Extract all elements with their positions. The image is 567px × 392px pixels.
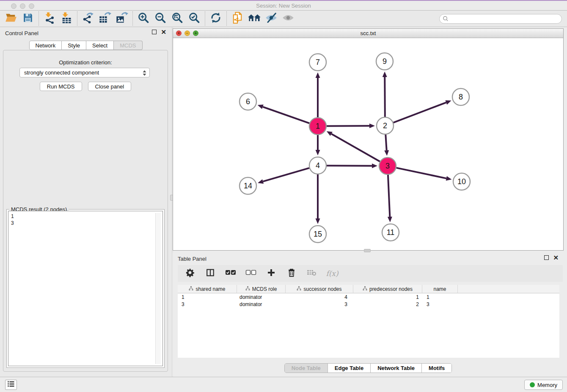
hierarchy-icon: [363, 286, 367, 292]
gear-icon: [185, 268, 195, 279]
open-session-button[interactable]: [3, 11, 19, 26]
toolbar-separator: [226, 11, 227, 26]
criterion-select[interactable]: strongly connected component: [19, 68, 150, 77]
column-header-predecessor-nodes[interactable]: predecessor nodes: [353, 285, 422, 293]
export-network-button[interactable]: [80, 11, 96, 26]
criterion-value: strongly connected component: [24, 69, 99, 76]
graph-arrowhead: [258, 105, 264, 109]
close-panel-button[interactable]: Close panel: [88, 82, 132, 91]
show-column-panel-button[interactable]: [205, 268, 216, 279]
cell-shared-name[interactable]: 1: [178, 294, 237, 300]
graph-edge-3-1[interactable]: [331, 134, 380, 161]
tab-motifs[interactable]: Motifs: [421, 364, 451, 373]
import-table-icon: [61, 12, 72, 25]
unselect-all-columns-button[interactable]: [245, 268, 256, 279]
first-neighbors-button[interactable]: [246, 11, 263, 26]
task-history-button[interactable]: [5, 380, 17, 390]
zoom-fit-button[interactable]: [169, 11, 186, 26]
tab-mcds[interactable]: MCDS: [114, 41, 142, 50]
export-network-icon: [82, 12, 94, 25]
column-header-name[interactable]: name: [422, 285, 458, 293]
graph-arrowhead: [445, 100, 451, 105]
cell-successor-nodes[interactable]: 3: [286, 301, 353, 307]
graph-edge-4-3[interactable]: [327, 166, 372, 166]
hierarchy-icon: [245, 286, 250, 292]
table-row[interactable]: 3 dominator 3 2 3: [178, 301, 559, 308]
table-toolbar: f(x): [178, 265, 563, 282]
run-mcds-button[interactable]: Run MCDS: [40, 82, 82, 91]
delete-column-button[interactable]: [286, 268, 297, 279]
checked-boxes-icon: [225, 269, 236, 278]
main-toolbar: [0, 11, 567, 27]
zoom-out-button[interactable]: [152, 11, 169, 26]
tab-select[interactable]: Select: [86, 41, 114, 50]
cell-name[interactable]: 3: [422, 301, 458, 307]
close-panel-icon[interactable]: ✕: [553, 255, 559, 260]
export-table-button[interactable]: [96, 11, 113, 26]
select-all-columns-button[interactable]: [225, 268, 236, 279]
result-scrollbar[interactable]: [155, 213, 161, 364]
column-header-shared-name[interactable]: shared name: [178, 285, 237, 293]
hide-selected-button[interactable]: [263, 11, 280, 26]
function-builder-button[interactable]: f(x): [327, 268, 338, 279]
graph-node-label: 10: [457, 177, 466, 186]
memory-button[interactable]: Memory: [524, 380, 563, 390]
cell-shared-name[interactable]: 3: [178, 301, 237, 307]
refresh-layout-button[interactable]: [207, 11, 224, 26]
cell-successor-nodes[interactable]: 4: [286, 294, 353, 300]
tab-style[interactable]: Style: [62, 41, 86, 50]
search-icon: [443, 16, 449, 23]
cell-predecessor-nodes[interactable]: 1: [353, 294, 422, 300]
plus-icon: [267, 268, 275, 279]
graph-edge-1-6[interactable]: [263, 107, 309, 123]
column-header-successor-nodes[interactable]: successor nodes: [286, 285, 353, 293]
create-column-button[interactable]: [266, 268, 277, 279]
graph-node-label: 4: [316, 161, 320, 170]
graph-arrowhead: [384, 150, 389, 156]
horizontal-splitter-handle[interactable]: [364, 249, 371, 252]
tab-edge-table[interactable]: Edge Table: [328, 364, 370, 373]
graph-edge-2-9[interactable]: [385, 77, 385, 117]
network-snapshot-button[interactable]: [229, 11, 246, 26]
cell-name[interactable]: 1: [422, 294, 458, 300]
tab-network-table[interactable]: Network Table: [370, 364, 421, 373]
memory-label: Memory: [537, 382, 557, 388]
cell-predecessor-nodes[interactable]: 2: [353, 301, 422, 307]
app-titlebar: Session: New Session: [0, 0, 567, 11]
search-input[interactable]: [439, 14, 562, 24]
cell-mcds-role[interactable]: dominator: [237, 301, 286, 307]
float-panel-icon[interactable]: [152, 30, 157, 34]
snapshot-document-icon: [231, 11, 243, 26]
float-panel-icon[interactable]: [544, 255, 549, 260]
graph-edge-1-2[interactable]: [327, 126, 369, 126]
tab-network[interactable]: Network: [29, 41, 62, 50]
show-all-button[interactable]: [280, 11, 297, 26]
network-graph[interactable]: 7968124314101511: [173, 38, 563, 250]
graph-edge-2-3[interactable]: [385, 135, 386, 150]
control-panel: Control Panel ✕ Network Style Select MCD…: [0, 27, 171, 377]
close-panel-icon[interactable]: ✕: [161, 30, 166, 34]
mcds-result-list[interactable]: 1 3: [8, 211, 163, 366]
graph-edge-3-10[interactable]: [396, 168, 446, 178]
zoom-in-button[interactable]: [135, 11, 152, 26]
table-row[interactable]: 1 dominator 4 1 1: [178, 293, 559, 301]
mcds-result-group: MCDS result (2 nodes) 1 3: [6, 209, 165, 368]
trash-icon: [287, 268, 296, 279]
import-network-button[interactable]: [41, 11, 58, 26]
toolbar-separator: [205, 11, 205, 26]
column-header-mcds-role[interactable]: MCDS role: [237, 285, 286, 293]
network-window-titlebar[interactable]: × − + scc.txt: [173, 29, 563, 38]
delete-table-button[interactable]: [306, 268, 317, 279]
table-settings-button[interactable]: [184, 268, 195, 279]
tab-node-table[interactable]: Node Table: [285, 364, 328, 373]
network-canvas[interactable]: 7968124314101511: [173, 38, 563, 250]
import-table-button[interactable]: [58, 11, 75, 26]
export-image-button[interactable]: [113, 11, 130, 26]
graph-edge-3-11[interactable]: [388, 175, 390, 217]
cell-mcds-role[interactable]: dominator: [237, 294, 286, 300]
graph-edge-4-14[interactable]: [263, 168, 309, 182]
control-panel-header: Control Panel ✕: [0, 27, 171, 39]
zoom-selected-button[interactable]: [186, 11, 203, 26]
graph-edge-2-8[interactable]: [394, 102, 446, 122]
save-session-button[interactable]: [19, 11, 36, 26]
